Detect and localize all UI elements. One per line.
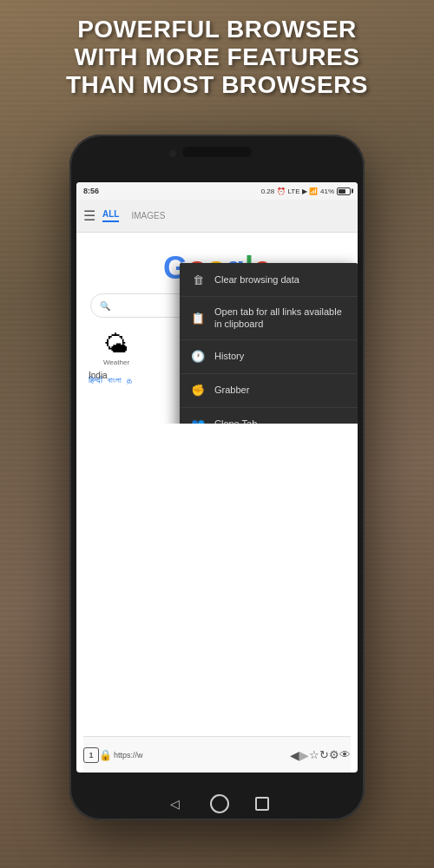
menu-item-icon: 📋	[190, 310, 206, 326]
menu-item-label: Clear browsing data	[214, 273, 347, 286]
menu-item-label: Grabber	[214, 384, 347, 396]
hamburger-icon[interactable]: ☰	[83, 207, 95, 224]
header-line3: than most browsers	[17, 71, 417, 99]
header-line2: with more features	[17, 43, 417, 71]
eye-icon[interactable]: 👁	[339, 748, 351, 761]
header-line1: Powerful Browser	[17, 16, 417, 43]
phone-camera	[169, 150, 176, 157]
browser-content: Google 🔍 🌤 Weather हिन्दी বাংলা த India …	[76, 233, 358, 424]
menu-item-icon: 👥	[190, 417, 206, 424]
header-text: Powerful Browser with more features than…	[17, 16, 417, 100]
menu-item-label: Open tab for all links available in clip…	[214, 306, 347, 331]
refresh-icon[interactable]: ↻	[319, 748, 329, 761]
battery-fill	[339, 189, 345, 194]
bookmark-icon[interactable]: ☆	[309, 748, 319, 761]
phone-bottom-bar: ◁	[165, 794, 269, 813]
status-bar: 8:56 0.28 ⏰ LTE ▶ 📶 41%	[76, 182, 358, 200]
url-bar[interactable]: https://w	[112, 751, 290, 760]
back-btn[interactable]: ◁	[165, 794, 184, 813]
menu-item-icon: 🗑	[190, 272, 206, 287]
status-time: 8:56	[83, 187, 99, 195]
recents-btn[interactable]	[255, 797, 269, 811]
lock-icon: 🔒	[99, 749, 112, 761]
back-icon[interactable]: ◀	[290, 748, 299, 762]
forward-icon[interactable]: ▶	[299, 748, 309, 762]
weather-icon: 🌤	[90, 330, 142, 358]
phone-screen: 8:56 0.28 ⏰ LTE ▶ 📶 41% ☰ ALL IMAGES Goo…	[76, 182, 358, 773]
menu-item-icon: ✊	[190, 383, 206, 398]
menu-item[interactable]: ✊Grabber	[180, 374, 358, 408]
weather-widget: 🌤 Weather	[90, 330, 142, 366]
menu-item[interactable]: 🕐History	[180, 340, 358, 374]
lang-bengali[interactable]: বাংলা	[108, 376, 122, 385]
tab-count[interactable]: 1	[83, 747, 99, 763]
menu-item[interactable]: 📋Open tab for all links available in cli…	[180, 297, 358, 340]
tab-all[interactable]: ALL	[102, 209, 119, 222]
phone-notch	[182, 147, 252, 157]
bottom-nav: 1 🔒 https://w ◀ ▶ ☆ ↻ ⚙ 👁	[83, 736, 351, 773]
status-icons: ⏰ LTE ▶ 📶	[277, 187, 318, 195]
browser-navbar: ☰ ALL IMAGES	[76, 200, 358, 233]
tab-images[interactable]: IMAGES	[131, 211, 165, 220]
phone-frame: 8:56 0.28 ⏰ LTE ▶ 📶 41% ☰ ALL IMAGES Goo…	[69, 135, 365, 820]
search-icon: 🔍	[100, 301, 110, 311]
menu-item-label: History	[214, 350, 347, 362]
lang-tamil[interactable]: த	[127, 376, 132, 385]
india-text: India	[89, 371, 108, 380]
status-battery: 41%	[320, 187, 334, 195]
home-btn[interactable]	[210, 794, 229, 813]
menu-item[interactable]: 👥Clone Tab	[180, 408, 358, 424]
menu-item[interactable]: 🗑Clear browsing data	[180, 263, 358, 297]
menu-item-label: Clone Tab	[214, 418, 347, 424]
context-menu: 🗑Clear browsing data📋Open tab for all li…	[180, 263, 358, 424]
battery-icon	[337, 187, 351, 195]
weather-label: Weather	[90, 358, 142, 366]
status-signal: 0.28	[261, 187, 275, 195]
settings-icon[interactable]: ⚙	[329, 748, 339, 761]
status-right: 0.28 ⏰ LTE ▶ 📶 41%	[261, 187, 351, 195]
menu-item-icon: 🕐	[190, 349, 206, 365]
